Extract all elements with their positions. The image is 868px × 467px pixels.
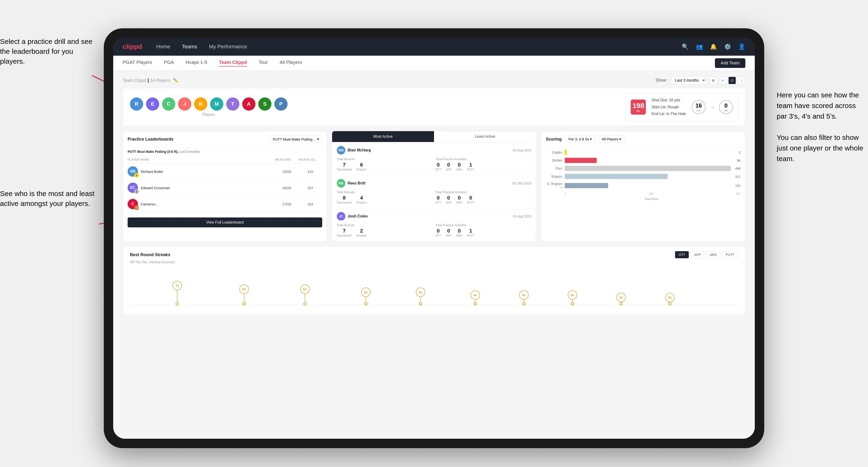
avatar-9[interactable]: S	[258, 97, 272, 111]
streak-dot	[364, 302, 368, 305]
avatar-6[interactable]: M	[210, 97, 223, 111]
avatar-7[interactable]: T	[226, 97, 239, 111]
settings-icon[interactable]: ⚙️	[724, 43, 731, 50]
lb-avg-2: 107	[299, 186, 322, 190]
pa-practice-label: Practice	[356, 168, 367, 171]
pa-app-3: 0 APP	[446, 228, 452, 237]
pa-stats-1: Total Rounds 7 Tournament 6 Practice	[337, 157, 531, 171]
subnav-hcaps[interactable]: Hcaps 1-5	[186, 60, 207, 66]
shot-circle-end: 0 yds	[719, 100, 733, 114]
team-header: Team Clippd | 14 Players ✏️ Show: Last 3…	[123, 76, 745, 84]
lb-avatar-2: EC 2	[128, 183, 138, 193]
leaderboard-dropdown[interactable]: PUTT Must Make Putting... ▾	[270, 135, 322, 143]
pa-activities-values: 0 OTT 0 APP 0 ARG	[435, 162, 531, 171]
streaks-btn-arg[interactable]: ARG	[706, 251, 720, 258]
chevron-down-icon: ▾	[317, 137, 319, 141]
pa-name-3: Josh Coles	[348, 214, 368, 218]
view-full-leaderboard-button[interactable]: View Full Leaderboard	[128, 217, 322, 227]
nav-teams[interactable]: Teams	[182, 44, 197, 50]
bell-icon[interactable]: 🔔	[710, 43, 717, 50]
pa-arg-2: 0 ARG	[456, 195, 462, 204]
subnav: PGAT Players PGA Hcaps 1-5 Team Clippd T…	[113, 56, 755, 71]
chart-bar-wrap	[565, 174, 731, 179]
streak-label: 3x	[665, 293, 675, 302]
profile-icon[interactable]: 👤	[738, 43, 745, 50]
pa-activities-group: Total Practice Activities 0 OTT 0 APP	[435, 157, 531, 171]
pa-rounds-values-2: 8 Tournament 4 Practice	[337, 195, 433, 204]
add-team-button[interactable]: Add Team	[715, 58, 745, 68]
streak-point: 3x	[665, 293, 675, 305]
grid-view-icon[interactable]: ⊞	[710, 76, 717, 84]
streak-dot	[571, 302, 574, 305]
streak-dot	[419, 302, 422, 305]
pa-avatar-3: JC	[337, 212, 345, 220]
subnav-pgat[interactable]: PGAT Players	[123, 60, 152, 66]
leaderboard-title: Practice Leaderboards	[128, 137, 173, 142]
avatar-4[interactable]: J	[178, 97, 191, 111]
pa-activities-values-2: 0 OTT 0 APP 0 ARG	[435, 195, 531, 204]
streak-label: 5x	[416, 287, 425, 297]
chart-bar-row: Eagles 3	[546, 150, 740, 155]
pa-putt-3: 1 PUTT	[467, 228, 474, 237]
streak-point: 3x	[616, 293, 626, 305]
rank-badge-1: 1	[134, 173, 139, 178]
streaks-btn-ott[interactable]: OTT	[675, 251, 689, 258]
pa-putt: 1 PUTT	[467, 162, 474, 171]
streak-dot	[619, 302, 623, 305]
main-content: Team Clippd | 14 Players ✏️ Show: Last 3…	[113, 71, 755, 439]
activity-player-3: JC Josh Coles 26 Aug 2023 Total Rounds 7	[332, 208, 536, 241]
pa-stats-2: Total Rounds 8 Tournament 4 Practice	[337, 190, 531, 204]
search-icon[interactable]: 🔍	[682, 43, 689, 50]
edit-icon[interactable]: ✏️	[173, 78, 178, 83]
nav-links: Home Teams My Performance	[156, 44, 682, 50]
streaks-btn-app[interactable]: APP	[691, 251, 704, 258]
subnav-tour[interactable]: Tour	[259, 60, 268, 66]
x-axis-label: 0	[565, 192, 566, 195]
pa-rounds-group-3: Total Rounds 7 Tournament 2 Practice	[337, 223, 433, 237]
streaks-btn-putt[interactable]: PUTT	[722, 251, 738, 258]
chart-bar	[565, 158, 596, 163]
pa-ott-label: OTT	[435, 168, 441, 171]
list-view-icon[interactable]: ≡	[719, 76, 726, 84]
avatar-5[interactable]: B	[194, 97, 207, 111]
tab-most-active[interactable]: Most Active	[332, 131, 434, 142]
streak-dot	[474, 302, 477, 305]
lb-score-2: 18/20	[275, 186, 299, 190]
streaks-title: Best Round Streaks	[130, 252, 170, 257]
tablet-screen: clippd Home Teams My Performance 🔍 👥 🔔 ⚙…	[113, 38, 755, 439]
show-controls: Show: Last 3 months ⊞ ≡ ⊡ ↕	[655, 76, 745, 84]
annotation-left-2: See who is the most and least active amo…	[0, 189, 94, 209]
pa-app-2: 0 APP	[446, 195, 452, 204]
par-filter-dropdown[interactable]: Par 3, 4 & 5s ▾	[565, 135, 595, 143]
table-row: RB 1 Richard Butler 19/20 110	[128, 163, 322, 180]
col-player-name: Player Name	[128, 158, 275, 161]
subnav-pga[interactable]: PGA	[164, 60, 174, 66]
avatar-10[interactable]: P	[274, 97, 287, 111]
pa-activities-group-2: Total Practice Activities 0 OTT 0 APP	[435, 190, 531, 204]
annotation-right-1: Here you can see how the team have score…	[777, 90, 863, 164]
pa-arg-label: ARG	[456, 168, 462, 171]
streak-dot	[303, 302, 307, 305]
chart-bar	[565, 166, 731, 171]
card-view-icon[interactable]: ⊡	[728, 76, 736, 84]
pa-date-1: 26 Aug 2023	[513, 148, 531, 152]
sort-icon[interactable]: ↕	[738, 76, 745, 84]
avatar-1[interactable]: R	[130, 97, 143, 111]
show-select[interactable]: Last 3 months	[671, 76, 706, 84]
pa-arg-val-3: 0	[456, 228, 462, 234]
players-filter-dropdown[interactable]: All Players ▾	[599, 135, 624, 143]
pa-ott-label-3: OTT	[435, 234, 441, 237]
avatar-8[interactable]: A	[242, 97, 255, 111]
pa-activities-values-3: 0 OTT 0 APP 0 ARG	[435, 228, 531, 237]
shot-yards1: 16	[695, 102, 702, 109]
tab-least-active[interactable]: Least Active	[434, 131, 536, 142]
subnav-team-clippd[interactable]: Team Clippd	[219, 60, 247, 66]
shot-badge: 198 SC	[631, 99, 646, 115]
pa-tournament-item: 7 Tournament	[337, 162, 352, 171]
nav-my-performance[interactable]: My Performance	[209, 44, 247, 50]
avatar-3[interactable]: C	[162, 97, 175, 111]
people-icon[interactable]: 👥	[696, 43, 703, 50]
subnav-all-players[interactable]: All Players	[280, 60, 302, 66]
nav-home[interactable]: Home	[156, 44, 170, 50]
avatar-2[interactable]: E	[146, 97, 159, 111]
